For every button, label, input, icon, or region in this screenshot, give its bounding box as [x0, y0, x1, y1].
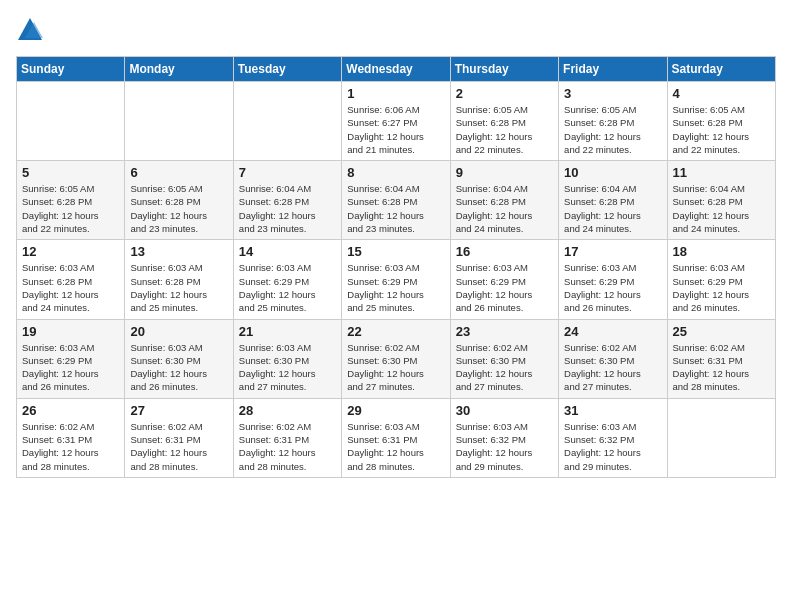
calendar-cell: 4Sunrise: 6:05 AM Sunset: 6:28 PM Daylig…: [667, 82, 775, 161]
day-number: 18: [673, 244, 770, 259]
calendar-cell: 24Sunrise: 6:02 AM Sunset: 6:30 PM Dayli…: [559, 319, 667, 398]
day-number: 7: [239, 165, 336, 180]
day-info: Sunrise: 6:02 AM Sunset: 6:30 PM Dayligh…: [347, 341, 444, 394]
day-info: Sunrise: 6:02 AM Sunset: 6:30 PM Dayligh…: [456, 341, 553, 394]
day-info: Sunrise: 6:05 AM Sunset: 6:28 PM Dayligh…: [564, 103, 661, 156]
calendar-cell: 30Sunrise: 6:03 AM Sunset: 6:32 PM Dayli…: [450, 398, 558, 477]
weekday-header-monday: Monday: [125, 57, 233, 82]
day-number: 4: [673, 86, 770, 101]
day-number: 5: [22, 165, 119, 180]
day-number: 8: [347, 165, 444, 180]
calendar-cell: 26Sunrise: 6:02 AM Sunset: 6:31 PM Dayli…: [17, 398, 125, 477]
calendar-cell: [125, 82, 233, 161]
day-number: 28: [239, 403, 336, 418]
calendar-cell: 21Sunrise: 6:03 AM Sunset: 6:30 PM Dayli…: [233, 319, 341, 398]
calendar-cell: 2Sunrise: 6:05 AM Sunset: 6:28 PM Daylig…: [450, 82, 558, 161]
day-number: 30: [456, 403, 553, 418]
day-info: Sunrise: 6:04 AM Sunset: 6:28 PM Dayligh…: [347, 182, 444, 235]
day-number: 22: [347, 324, 444, 339]
weekday-header-wednesday: Wednesday: [342, 57, 450, 82]
weekday-header-saturday: Saturday: [667, 57, 775, 82]
weekday-header-friday: Friday: [559, 57, 667, 82]
weekday-header-tuesday: Tuesday: [233, 57, 341, 82]
calendar-cell: [233, 82, 341, 161]
day-info: Sunrise: 6:04 AM Sunset: 6:28 PM Dayligh…: [239, 182, 336, 235]
day-info: Sunrise: 6:03 AM Sunset: 6:29 PM Dayligh…: [22, 341, 119, 394]
day-info: Sunrise: 6:03 AM Sunset: 6:28 PM Dayligh…: [22, 261, 119, 314]
day-info: Sunrise: 6:03 AM Sunset: 6:30 PM Dayligh…: [130, 341, 227, 394]
day-info: Sunrise: 6:04 AM Sunset: 6:28 PM Dayligh…: [564, 182, 661, 235]
calendar-cell: 22Sunrise: 6:02 AM Sunset: 6:30 PM Dayli…: [342, 319, 450, 398]
calendar-cell: 28Sunrise: 6:02 AM Sunset: 6:31 PM Dayli…: [233, 398, 341, 477]
day-number: 20: [130, 324, 227, 339]
calendar-cell: 29Sunrise: 6:03 AM Sunset: 6:31 PM Dayli…: [342, 398, 450, 477]
calendar-cell: 7Sunrise: 6:04 AM Sunset: 6:28 PM Daylig…: [233, 161, 341, 240]
day-number: 14: [239, 244, 336, 259]
calendar-cell: 9Sunrise: 6:04 AM Sunset: 6:28 PM Daylig…: [450, 161, 558, 240]
day-info: Sunrise: 6:05 AM Sunset: 6:28 PM Dayligh…: [22, 182, 119, 235]
calendar-week-row: 1Sunrise: 6:06 AM Sunset: 6:27 PM Daylig…: [17, 82, 776, 161]
day-number: 19: [22, 324, 119, 339]
calendar-cell: [17, 82, 125, 161]
day-number: 31: [564, 403, 661, 418]
calendar-cell: 13Sunrise: 6:03 AM Sunset: 6:28 PM Dayli…: [125, 240, 233, 319]
day-info: Sunrise: 6:03 AM Sunset: 6:29 PM Dayligh…: [456, 261, 553, 314]
calendar-table: SundayMondayTuesdayWednesdayThursdayFrid…: [16, 56, 776, 478]
weekday-header-row: SundayMondayTuesdayWednesdayThursdayFrid…: [17, 57, 776, 82]
day-info: Sunrise: 6:06 AM Sunset: 6:27 PM Dayligh…: [347, 103, 444, 156]
calendar-week-row: 26Sunrise: 6:02 AM Sunset: 6:31 PM Dayli…: [17, 398, 776, 477]
day-info: Sunrise: 6:03 AM Sunset: 6:28 PM Dayligh…: [130, 261, 227, 314]
day-info: Sunrise: 6:03 AM Sunset: 6:29 PM Dayligh…: [673, 261, 770, 314]
day-info: Sunrise: 6:05 AM Sunset: 6:28 PM Dayligh…: [673, 103, 770, 156]
day-info: Sunrise: 6:03 AM Sunset: 6:31 PM Dayligh…: [347, 420, 444, 473]
day-number: 27: [130, 403, 227, 418]
day-info: Sunrise: 6:02 AM Sunset: 6:31 PM Dayligh…: [22, 420, 119, 473]
day-info: Sunrise: 6:03 AM Sunset: 6:32 PM Dayligh…: [564, 420, 661, 473]
day-number: 21: [239, 324, 336, 339]
day-number: 3: [564, 86, 661, 101]
calendar-week-row: 12Sunrise: 6:03 AM Sunset: 6:28 PM Dayli…: [17, 240, 776, 319]
day-number: 11: [673, 165, 770, 180]
day-number: 12: [22, 244, 119, 259]
calendar-cell: 17Sunrise: 6:03 AM Sunset: 6:29 PM Dayli…: [559, 240, 667, 319]
day-number: 2: [456, 86, 553, 101]
day-info: Sunrise: 6:04 AM Sunset: 6:28 PM Dayligh…: [456, 182, 553, 235]
calendar-cell: 10Sunrise: 6:04 AM Sunset: 6:28 PM Dayli…: [559, 161, 667, 240]
day-info: Sunrise: 6:03 AM Sunset: 6:29 PM Dayligh…: [239, 261, 336, 314]
day-number: 23: [456, 324, 553, 339]
day-number: 15: [347, 244, 444, 259]
day-number: 17: [564, 244, 661, 259]
header: [16, 16, 776, 44]
day-number: 25: [673, 324, 770, 339]
calendar-cell: 3Sunrise: 6:05 AM Sunset: 6:28 PM Daylig…: [559, 82, 667, 161]
day-info: Sunrise: 6:02 AM Sunset: 6:30 PM Dayligh…: [564, 341, 661, 394]
calendar-cell: 20Sunrise: 6:03 AM Sunset: 6:30 PM Dayli…: [125, 319, 233, 398]
calendar-week-row: 5Sunrise: 6:05 AM Sunset: 6:28 PM Daylig…: [17, 161, 776, 240]
calendar-cell: 25Sunrise: 6:02 AM Sunset: 6:31 PM Dayli…: [667, 319, 775, 398]
calendar-cell: [667, 398, 775, 477]
logo: [16, 16, 48, 44]
calendar-cell: 18Sunrise: 6:03 AM Sunset: 6:29 PM Dayli…: [667, 240, 775, 319]
calendar-cell: 19Sunrise: 6:03 AM Sunset: 6:29 PM Dayli…: [17, 319, 125, 398]
day-number: 6: [130, 165, 227, 180]
calendar-cell: 16Sunrise: 6:03 AM Sunset: 6:29 PM Dayli…: [450, 240, 558, 319]
day-number: 10: [564, 165, 661, 180]
day-info: Sunrise: 6:05 AM Sunset: 6:28 PM Dayligh…: [130, 182, 227, 235]
calendar-cell: 31Sunrise: 6:03 AM Sunset: 6:32 PM Dayli…: [559, 398, 667, 477]
day-info: Sunrise: 6:03 AM Sunset: 6:30 PM Dayligh…: [239, 341, 336, 394]
calendar-cell: 14Sunrise: 6:03 AM Sunset: 6:29 PM Dayli…: [233, 240, 341, 319]
day-number: 29: [347, 403, 444, 418]
day-info: Sunrise: 6:03 AM Sunset: 6:29 PM Dayligh…: [347, 261, 444, 314]
day-info: Sunrise: 6:02 AM Sunset: 6:31 PM Dayligh…: [673, 341, 770, 394]
day-info: Sunrise: 6:05 AM Sunset: 6:28 PM Dayligh…: [456, 103, 553, 156]
day-number: 24: [564, 324, 661, 339]
weekday-header-sunday: Sunday: [17, 57, 125, 82]
calendar-cell: 5Sunrise: 6:05 AM Sunset: 6:28 PM Daylig…: [17, 161, 125, 240]
calendar-cell: 8Sunrise: 6:04 AM Sunset: 6:28 PM Daylig…: [342, 161, 450, 240]
day-number: 1: [347, 86, 444, 101]
day-info: Sunrise: 6:02 AM Sunset: 6:31 PM Dayligh…: [130, 420, 227, 473]
day-number: 16: [456, 244, 553, 259]
calendar-cell: 27Sunrise: 6:02 AM Sunset: 6:31 PM Dayli…: [125, 398, 233, 477]
calendar-cell: 12Sunrise: 6:03 AM Sunset: 6:28 PM Dayli…: [17, 240, 125, 319]
logo-icon: [16, 16, 44, 44]
